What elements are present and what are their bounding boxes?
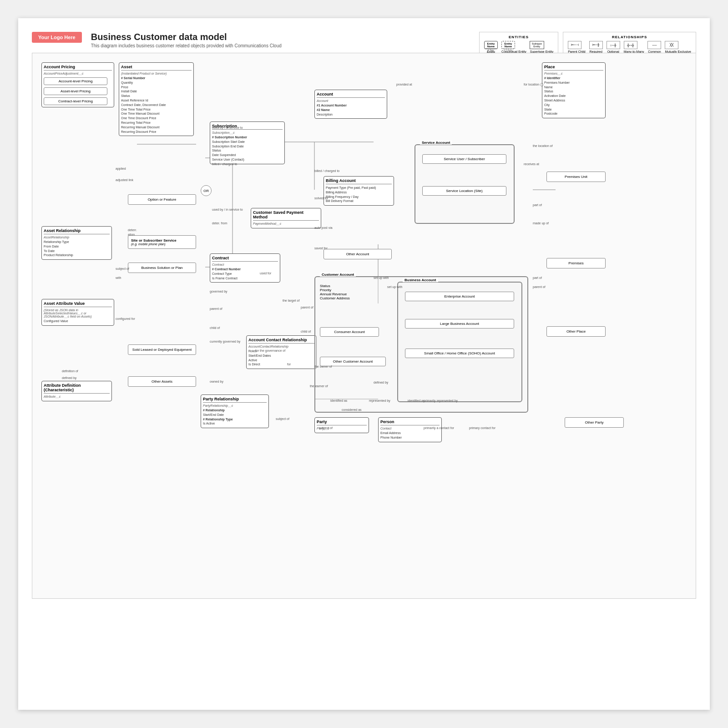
asset-attr-contract: Contract Date, Disconnect Date [121, 103, 192, 107]
rel-billed-charged: billed / charged to [212, 162, 237, 166]
party-title: Party [317, 420, 367, 425]
billing-attr1: Payment Type (Pre paid, Past paid) [326, 186, 392, 190]
legend-supertype: Subtype Entity Supertype Entity [530, 41, 553, 53]
entity-payment-method: Customer Saved Payment Method PaymentMet… [251, 208, 321, 228]
rel-made-up-of: made up of [533, 222, 549, 225]
rel-considered-as: considered as [342, 408, 362, 411]
account-pricing-subtitle: AccountPriceAdjustment__c [44, 72, 112, 75]
sub-attr-service-user: Service User (Contact) [212, 157, 283, 162]
rel-primary-contact-for: primary contact for [469, 426, 495, 430]
billing-title: Billing Account [326, 178, 392, 184]
rel-receives-at: receives at [524, 162, 539, 166]
sub-attr-number: # Subscription Number [212, 135, 283, 140]
rel-solved-for: solved for [314, 197, 328, 200]
asset-title: Asset [121, 65, 192, 71]
customer-account-container-title: Customer Account [320, 273, 356, 277]
rel-for: for [287, 363, 291, 366]
asset-attr-status: Status [121, 94, 192, 98]
asset-attr-title: Asset Attribute Value [44, 301, 112, 307]
party-rel-attr2: Start/End Date [203, 413, 267, 417]
sub-attr-end: Subscription End Date [212, 144, 283, 149]
place-postcode: Postcode [544, 111, 603, 116]
person-email: Email Address [380, 431, 440, 435]
asset-rel-type: Relationship Type [44, 240, 110, 244]
container-service-account: Service Account Service User / Subscribe… [415, 144, 515, 224]
sub-attr-suspended: Date Suspended [212, 153, 283, 157]
legend-many: ╬─╬ Many-to-Many [624, 41, 644, 53]
page-subtitle: This diagram includes business customer … [91, 43, 282, 48]
rel-identified-as: identified as [330, 399, 347, 402]
billing-attr4: Bill Delivery Format [326, 199, 392, 203]
asset-attr-install: Install Date [121, 89, 192, 94]
ca-address: Customer Address [320, 296, 350, 300]
asset-attr-rdp: Recurring Discount Price [121, 130, 192, 134]
place-title: Place [544, 65, 603, 71]
acr-title: Account Contact Relationship [248, 338, 314, 344]
asset-attr-configured: Configured Value [44, 319, 112, 324]
rel-provided-at: provided at [396, 83, 412, 86]
entity-service-location: Service Location (Site) [422, 186, 506, 196]
asset-rel-from: From Date [44, 244, 110, 249]
asset-attr-ottp: One Time Total Price [121, 107, 192, 112]
entity-consumer-account: Consumer Account [320, 327, 379, 337]
acr-active: Active [248, 358, 314, 363]
rel-billed-for: billed / charged to [314, 169, 339, 172]
rel-denom: ation [128, 233, 135, 236]
legend-parent-child: ⊢─⊣ Parent Child [568, 41, 586, 53]
rel-the-owner: the owner of [314, 365, 332, 368]
rel-for-governance: for the governance of [255, 349, 285, 352]
or-circle: OR [201, 185, 212, 196]
ca-status: Status [320, 284, 350, 288]
party-rel-attr4: Is Active [203, 421, 267, 426]
service-account-title: Service Account [420, 141, 452, 145]
title-area: Business Customer data model This diagra… [91, 32, 282, 48]
party-rel-attr1: # Relationship [203, 408, 267, 413]
contract-title: Contract [212, 256, 278, 262]
entity-party: Party Party__c [314, 417, 369, 433]
legend-exclusive: ╳╳ Mutually Exclusive [665, 41, 691, 53]
asset-attr-rmd: Recurring Manual Discount [121, 125, 192, 130]
rel-child-of: child of [210, 326, 220, 329]
entity-business-solution: Business Solution or Plan [128, 263, 196, 273]
place-street: Street Address [544, 98, 603, 103]
rel-primarily-represented: primarily represented by [424, 399, 458, 402]
rel-set-up-with: set up with [374, 276, 389, 279]
sub-attr-status: Status [212, 148, 283, 153]
rel-currently-governed: currently governed by [210, 340, 240, 343]
rel-defined-by2: defined by [62, 376, 76, 379]
place-activation: Activation Date [544, 94, 603, 98]
subscription-subtitle: Subscription__c [212, 131, 283, 134]
entity-place: Place Premises__c # Identifier Premises … [542, 62, 606, 118]
rel-definition-of: definition of [62, 369, 78, 373]
container-business-account: Business Account Enterprise Account Larg… [397, 282, 522, 402]
entity-asset-attribute: Asset Attribute Value (Stored as JSON da… [41, 299, 114, 326]
payment-subtitle: PaymentMethod__c [253, 222, 319, 225]
business-account-title: Business Account [403, 278, 438, 282]
place-city: City [544, 103, 603, 107]
asset-relationship-title: Asset Relationship [44, 228, 110, 234]
contract-attr-number: # Contract Number [212, 267, 278, 272]
rel-governed-by: governed by [210, 290, 228, 293]
rel-primarily-contact: primarily a contact for [424, 426, 454, 430]
asset-rel-to: To Date [44, 249, 110, 253]
legend-entity: Entity Name # Key Attribute * User Key A… [484, 41, 498, 53]
place-premises-num: Premises Number [544, 81, 603, 85]
relationships-legend-title: RELATIONSHIPS [568, 35, 691, 39]
diagram-area: Account Pricing AccountPriceAdjustment__… [32, 53, 696, 599]
legend-required: ⊢─╫ Required [589, 41, 603, 53]
billing-attr2: Billing Address [326, 190, 392, 195]
party-rel-attr3: # Relationship Type [203, 417, 267, 422]
asset-level-pricing: Asset-level Pricing [44, 87, 107, 95]
place-subtitle: Premises__c [544, 72, 603, 75]
rel-parent-of: child of [301, 330, 311, 333]
entity-contract: Contract Contract # Contract Number Cont… [210, 253, 280, 283]
account-title: Account [317, 92, 385, 98]
sub-attr-start: Subscription Start Date [212, 140, 283, 144]
container-customer-account: Customer Account Status Priority Annual … [314, 276, 528, 413]
contract-subtitle: Contract [212, 263, 278, 266]
payment-title: Customer Saved Payment Method [253, 210, 319, 221]
rel-subject-of: subject of [319, 426, 333, 430]
asset-subtitle: (Instantiated Product or Service) [121, 72, 192, 75]
entity-premises-unit: Premises Unit [546, 172, 606, 182]
rel-part-of: part of [533, 203, 542, 207]
